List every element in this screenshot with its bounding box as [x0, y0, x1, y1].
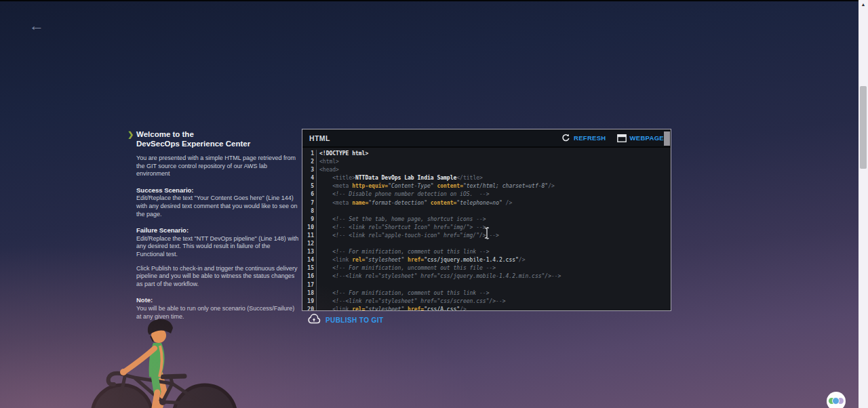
line-text: <meta name="format-detection" content="t… [317, 199, 512, 207]
refresh-icon [561, 134, 570, 142]
line-number: 10 [302, 224, 317, 232]
note-title: Note: [136, 296, 299, 304]
widget-blue-dot-icon [832, 397, 840, 405]
line-text: <!--<link rel="stylesheet" href="css/scr… [317, 298, 506, 306]
line-text: <html> [317, 158, 339, 166]
line-number: 17 [302, 281, 317, 289]
publish-to-git-button[interactable]: PUBLISH TO GIT [307, 314, 383, 327]
success-scenario-text: Edit/Replace the text "Your Content Goes… [136, 195, 299, 218]
line-number: 6 [302, 190, 317, 199]
line-text: <!-- <link rel="Shortcut Icon" href="img… [317, 224, 486, 232]
line-text [317, 281, 319, 289]
failure-scenario-title: Failure Scenario: [136, 226, 299, 234]
line-number: 11 [302, 232, 317, 240]
editor-scrollbar-thumb[interactable] [664, 131, 670, 146]
line-number: 18 [302, 289, 317, 298]
line-number: 4 [302, 174, 317, 182]
instructions-panel: ❯ Welcome to the DevSecOps Experience Ce… [136, 130, 299, 321]
refresh-button[interactable]: REFRESH [561, 134, 606, 142]
line-text: <!DOCTYPE html> [317, 150, 368, 158]
line-number: 12 [302, 240, 317, 248]
code-line[interactable]: 18 <!-- For minification, comment out th… [302, 289, 671, 298]
scrollbar-thumb[interactable] [860, 86, 867, 169]
line-number: 19 [302, 298, 317, 306]
code-line[interactable]: 8 [302, 207, 671, 216]
cloud-upload-icon [307, 314, 321, 327]
code-line[interactable]: 13 <!-- For minification, comment out th… [302, 248, 671, 256]
code-line[interactable]: 17 [302, 281, 671, 289]
line-text: <link rel="stylesheet" href="css/A.css"/… [317, 306, 467, 310]
page-title: Welcome to the DevSecOps Experience Cent… [136, 130, 299, 148]
webpage-icon [617, 134, 627, 142]
top-border-line [0, 0, 859, 1]
line-text: <!-- Disable phone number detection on i… [317, 190, 489, 199]
line-number: 5 [302, 182, 317, 190]
line-number: 3 [302, 166, 317, 174]
line-number: 15 [302, 264, 317, 272]
line-number: 1 [302, 150, 317, 158]
devsecops-experience-page: ← ❯ Welcome to the DevSecOps Experience … [0, 0, 868, 408]
chevron-right-icon: ❯ [127, 131, 134, 139]
code-line[interactable]: 1<!DOCTYPE html> [302, 150, 671, 158]
webpage-button[interactable]: WEBPAGE [617, 134, 664, 142]
line-text [317, 240, 319, 248]
line-text [317, 207, 319, 216]
intro-text: You are presented with a simple HTML pag… [136, 155, 299, 178]
line-text: <!-- For minification, uncomment out thi… [317, 264, 496, 272]
line-text: <head> [317, 166, 339, 174]
code-line[interactable]: 3<head> [302, 166, 671, 174]
line-text: <!-- For minification, comment out this … [317, 248, 489, 256]
webpage-label: WEBPAGE [630, 134, 664, 142]
text-cursor-icon [483, 227, 491, 242]
line-number: 20 [302, 306, 317, 310]
line-text: <title>NTTData DevOps Lab India Sample</… [317, 174, 483, 182]
line-text: <!-- Set the tab, home page, shortcut ic… [317, 216, 486, 224]
code-line[interactable]: 5 <meta http-equiv="Content-Type" conten… [302, 182, 671, 190]
code-line[interactable]: 15 <!-- For minification, uncomment out … [302, 264, 671, 272]
line-text: <!-- For minification, comment out this … [317, 289, 489, 298]
line-number: 8 [302, 207, 317, 216]
code-line[interactable]: 14 <link rel="stylesheet" href="css/jque… [302, 256, 671, 264]
code-line[interactable]: 16 <!--<link rel="stylesheet" href="css/… [302, 272, 671, 281]
line-number: 16 [302, 272, 317, 281]
scrollbar-up-arrow[interactable]: ▲ [859, 1, 868, 7]
editor-actions: REFRESH WEBPAGE [561, 134, 664, 142]
failure-scenario-text: Edit/Replace the text "NTT DevOps pipeli… [136, 235, 299, 259]
line-number: 14 [302, 256, 317, 264]
code-line[interactable]: 6 <!-- Disable phone number detection on… [302, 190, 671, 199]
code-line[interactable]: 7 <meta name="format-detection" content=… [302, 199, 671, 207]
page-scrollbar[interactable]: ▲ [859, 0, 868, 408]
line-number: 2 [302, 158, 317, 166]
success-scenario-title: Success Scenario: [136, 186, 299, 195]
html-code-editor: HTML REFRESH WEBPAGE 1<!DOCTYPE html>2<h… [302, 129, 671, 311]
cyclist-illustration [80, 306, 246, 408]
back-button[interactable]: ← [26, 16, 47, 37]
editor-title: HTML [309, 134, 330, 142]
publish-label: PUBLISH TO GIT [326, 317, 383, 324]
line-number: 7 [302, 199, 317, 207]
code-line[interactable]: 4 <title>NTTData DevOps Lab India Sample… [302, 174, 671, 182]
line-text: <!-- <link rel="apple-touch-icon" href="… [317, 232, 499, 240]
code-line[interactable]: 20 <link rel="stylesheet" href="css/A.cs… [302, 306, 671, 310]
code-line[interactable]: 19 <!--<link rel="stylesheet" href="css/… [302, 298, 671, 306]
line-text: <meta http-equiv="Content-Type" content=… [317, 182, 555, 190]
assistant-widget-button[interactable] [827, 392, 846, 408]
back-arrow-icon: ← [29, 17, 44, 34]
code-line[interactable]: 9 <!-- Set the tab, home page, shortcut … [302, 216, 671, 224]
line-number: 9 [302, 216, 317, 224]
code-line[interactable]: 2<html> [302, 158, 671, 166]
editor-header: HTML REFRESH WEBPAGE [302, 129, 671, 148]
publish-instructions-text: Click Publish to check-in and trigger th… [136, 265, 299, 289]
line-text: <!--<link rel="stylesheet" href="css/jqu… [317, 272, 561, 281]
refresh-label: REFRESH [574, 134, 606, 142]
line-text: <link rel="stylesheet" href="css/jquery.… [317, 256, 525, 264]
line-number: 13 [302, 248, 317, 256]
